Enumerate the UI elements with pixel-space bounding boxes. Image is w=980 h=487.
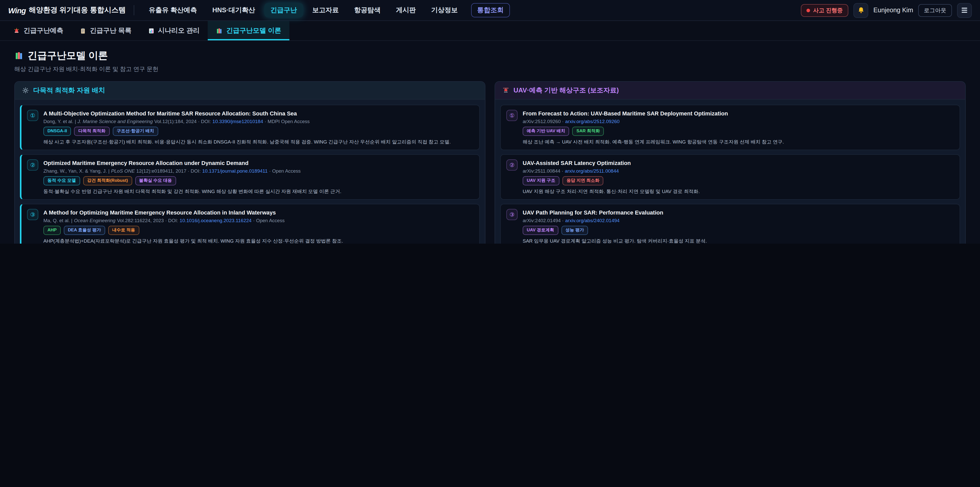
paper-card: ③ A Method for Optimizing Maritime Emerg…	[20, 204, 480, 244]
page-subtitle: 해상 긴급구난 자원 배치·최적화 이론 및 참고 연구 문헌	[14, 65, 966, 73]
paper-title: A Multi-Objective Optimization Method fo…	[43, 110, 474, 117]
page-title: 긴급구난모델 이론	[14, 49, 966, 62]
panel-title: UAV·예측 기반 해상구조 (보조자료)	[514, 86, 619, 95]
divider	[134, 5, 135, 15]
tab-label: 긴급구난예측	[24, 26, 63, 35]
paper-tags: 동적 수요 모델 강건 최적화(Robust) 불확실 수요 대응	[43, 176, 474, 185]
tab-scenario-management[interactable]: 시나리오 관리	[140, 21, 208, 40]
arxiv-link[interactable]: arxiv.org/abs/2512.09260	[565, 118, 620, 124]
paper-number-badge: ①	[506, 110, 517, 121]
main-nav: 유출유 확산예측 HNS·대기확산 긴급구난 보고자료 항공탐색 게시판 기상정…	[143, 3, 510, 18]
paper-tags: AHP DEA 효율성 평가 내수로 적용	[43, 226, 474, 235]
doi-link[interactable]: 10.1016/j.oceaneng.2023.116224	[180, 217, 251, 223]
nav-item-aerial-search[interactable]: 항공탐색	[348, 3, 387, 18]
incident-status-badge[interactable]: 사고 진행중	[801, 4, 848, 17]
tag: 불확실 수요 대응	[135, 176, 176, 185]
paper-description: 동적·불확실 수요 반영 긴급구난 자원 배치 다목적 최적화 및 강건 최적화…	[43, 188, 474, 195]
user-name: Eunjeong Kim	[873, 6, 913, 14]
panel-uav-rescue: UAV·예측 기반 해상구조 (보조자료) ① From Forecast to…	[495, 81, 966, 244]
logout-button[interactable]: 로그아웃	[918, 4, 952, 17]
paper-title: UAV-Assisted SAR Latency Optimization	[523, 160, 954, 166]
paper-meta: Ma, Q. et al. |Ocean EngineeringVol.282:…	[43, 217, 474, 223]
hamburger-menu-button[interactable]	[957, 3, 972, 18]
arxiv-link[interactable]: arxiv.org/abs/2511.00844	[565, 168, 619, 174]
page-header: 긴급구난모델 이론 해상 긴급구난 자원 배치·최적화 이론 및 참고 연구 문…	[0, 41, 980, 77]
bar-chart-icon	[148, 27, 154, 34]
tag: UAV 경로계획	[523, 226, 558, 235]
left-column: 다목적 최적화 자원 배치 ① A Multi-Objective Optimi…	[14, 81, 485, 244]
doi-link[interactable]: 10.1371/journal.pone.0189411	[202, 168, 267, 174]
paper-description: 해상 조난 예측 → UAV 사전 배치 최적화. 예측-행동 연계 프레임워크…	[523, 139, 954, 145]
panel-title: 다목적 최적화 자원 배치	[33, 86, 105, 95]
clipboard-icon	[80, 27, 86, 34]
gear-icon	[22, 87, 29, 94]
tab-rescue-list[interactable]: 긴급구난 목록	[72, 21, 140, 40]
tag: 강건 최적화(Robust)	[83, 176, 132, 185]
tag: 내수로 적용	[108, 226, 139, 235]
panel-multi-objective-header: 다목적 최적화 자원 배치	[15, 82, 485, 100]
panel-multi-objective: 다목적 최적화 자원 배치 ① A Multi-Objective Optimi…	[14, 81, 485, 244]
paper-number-badge: ②	[27, 160, 38, 171]
app-logo: Wing 해양환경 위기대응 통합시스템	[8, 6, 126, 15]
nav-item-weather[interactable]: 기상정보	[425, 3, 464, 18]
paper-card: ① A Multi-Objective Optimization Method …	[20, 105, 480, 150]
main-grid: 다목적 최적화 자원 배치 ① A Multi-Objective Optimi…	[0, 77, 980, 244]
paper-meta: arXiv:2511.00844 ·arxiv.org/abs/2511.008…	[523, 168, 954, 174]
tag: 응답 지연 최소화	[563, 176, 603, 185]
paper-card: ③ UAV Path Planning for SAR: Performance…	[500, 204, 960, 244]
paper-card: ② Optimized Maritime Emergency Resource …	[20, 154, 480, 200]
tag: UAV 지원 구조	[523, 176, 559, 185]
nav-item-emergency-rescue[interactable]: 긴급구난	[264, 3, 303, 18]
paper-card: ② UAV-Assisted SAR Latency Optimization …	[500, 154, 960, 200]
sub-tab-bar: 긴급구난예측 긴급구난 목록 시나리오 관리 긴급구난모델 이론	[0, 21, 980, 41]
paper-meta: Dong, Y. et al. |J. Marine Science and E…	[43, 118, 474, 124]
nav-item-board[interactable]: 게시판	[390, 3, 422, 18]
panel-uav-header: UAV·예측 기반 해상구조 (보조자료)	[495, 82, 965, 100]
paper-tags: DNSGA-II 다목적 최적화 구조선·항공기 배치	[43, 127, 474, 136]
paper-description: SAR 임무용 UAV 경로계획 알고리즘 성능 비교 평가. 탐색 커버리지·…	[523, 238, 954, 244]
tag: 구조선·항공기 배치	[113, 127, 158, 136]
siren-icon	[13, 27, 20, 34]
right-column: UAV·예측 기반 해상구조 (보조자료) ① From Forecast to…	[495, 81, 966, 244]
paper-tags: UAV 지원 구조 응답 지연 최소화	[523, 176, 954, 185]
paper-description: 해상 사고 후 구조자원(구조선·항공기) 배치 최적화. 비용·응답시간 동시…	[43, 139, 474, 145]
logo-wordmark: Wing	[8, 6, 26, 14]
paper-tags: UAV 경로계획 성능 평가	[523, 226, 954, 235]
panel-uav-body: ① From Forecast to Action: UAV-Based Mar…	[495, 100, 965, 244]
tag: SAR 최적화	[573, 127, 604, 136]
paper-number-badge: ①	[27, 110, 38, 121]
paper-title: Optimized Maritime Emergency Resource Al…	[43, 160, 474, 166]
app-root: Wing 해양환경 위기대응 통합시스템 유출유 확산예측 HNS·대기확산 긴…	[0, 0, 980, 244]
doi-link[interactable]: 10.3390/jmse12010184	[212, 118, 263, 124]
hamburger-icon	[962, 8, 967, 13]
tag: DNSGA-II	[43, 127, 71, 136]
tag: 다목적 최적화	[74, 127, 110, 136]
notification-bell-button[interactable]	[853, 3, 868, 18]
paper-number-badge: ②	[506, 160, 517, 171]
nav-item-integrated-search[interactable]: 통합조회	[471, 3, 510, 18]
nav-item-reports[interactable]: 보고자료	[306, 3, 345, 18]
tag: 동적 수요 모델	[43, 176, 80, 185]
paper-meta: arXiv:2402.01494 ·arxiv.org/abs/2402.014…	[523, 217, 954, 223]
paper-card: ① From Forecast to Action: UAV-Based Mar…	[500, 105, 960, 150]
tag: AHP	[43, 226, 61, 235]
paper-description: AHP(계층분석법)+DEA(자료포락분석)로 긴급구난 자원 효율성 평가 및…	[43, 238, 474, 244]
paper-title: From Forecast to Action: UAV-Based Marit…	[523, 110, 954, 117]
topbar-right: 사고 진행중 Eunjeong Kim 로그아웃	[801, 3, 972, 18]
paper-title: UAV Path Planning for SAR: Performance E…	[523, 209, 954, 216]
tab-label: 긴급구난모델 이론	[226, 26, 281, 35]
tab-label: 긴급구난 목록	[90, 26, 131, 35]
drone-icon	[502, 87, 509, 94]
panel-multi-objective-body: ① A Multi-Objective Optimization Method …	[15, 100, 485, 244]
tab-rescue-forecast[interactable]: 긴급구난예측	[5, 21, 72, 40]
books-icon	[216, 27, 223, 34]
nav-item-hns-dispersion[interactable]: HNS·대기확산	[206, 3, 261, 18]
paper-title: A Method for Optimizing Maritime Emergen…	[43, 209, 474, 216]
tab-label: 시나리오 관리	[158, 26, 200, 35]
tag: 예측 기반 UAV 배치	[523, 127, 570, 136]
paper-meta: arXiv:2512.09260 ·arxiv.org/abs/2512.092…	[523, 118, 954, 124]
tab-rescue-model-theory[interactable]: 긴급구난모델 이론	[208, 21, 290, 40]
arxiv-link[interactable]: arxiv.org/abs/2402.01494	[565, 217, 620, 223]
paper-number-badge: ③	[27, 209, 38, 220]
nav-item-oil-spill-forecast[interactable]: 유출유 확산예측	[143, 3, 203, 18]
